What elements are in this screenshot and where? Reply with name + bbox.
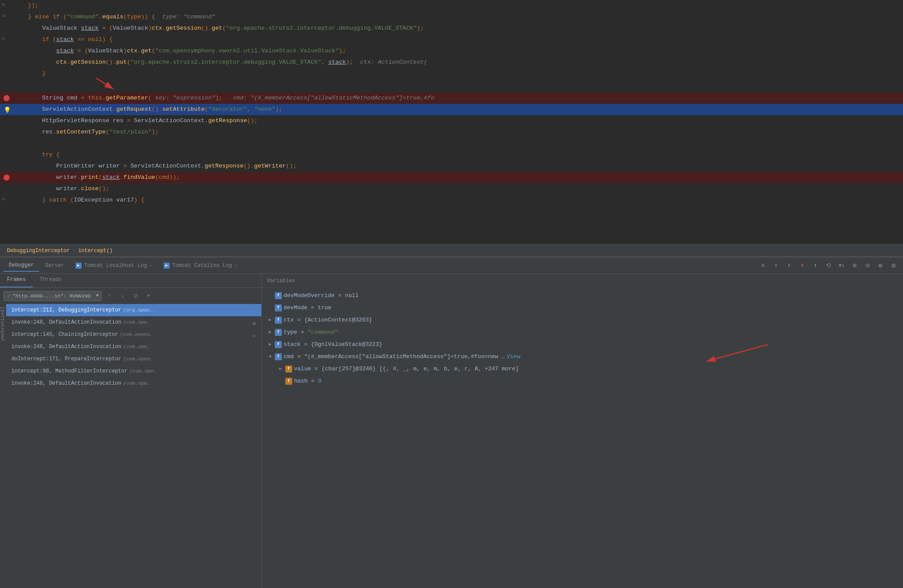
gutter-arrow-icon: ▷ [3,13,10,21]
sub-tabs: Frames Threads [0,274,261,288]
code-line: HttpServletResponse res = ServletActionC… [0,115,903,126]
code-content: HttpServletResponse res = ServletActionC… [26,115,903,126]
gutter [0,79,26,92]
resume-button[interactable]: ⬆ [770,260,782,271]
thread-up-button[interactable]: ↑ [104,291,115,301]
code-line: ▷ } else if ("command".equals(type)) { t… [0,11,903,23]
code-line: stack = (ValueStack)ctx.get("com.opensym… [0,45,903,57]
tab-tomcat-catalina[interactable]: ▶ Tomcat Catalina Log ✕ [158,260,243,271]
code-content: ServletActionContext.getRequest().setAtt… [26,104,903,115]
gutter: 💡 [0,104,26,115]
step-out-button[interactable]: ⬆ [810,260,821,271]
frame-item[interactable]: invoke:248, DefaultActionInvocation (com… [6,316,261,328]
tab-tomcat-catalina-close[interactable]: ✕ [235,263,237,268]
evaluate-button[interactable]: ▼i [836,260,847,271]
variables-list: ▶ f devModeOverride = null ▶ f devMode =… [262,288,903,588]
variables-header: Variables [262,274,903,288]
frame-name: intercept:212, DebuggingInterceptor [11,306,121,315]
frames-scroll-up-button[interactable]: ↑ [248,306,260,317]
var-eq: = [301,328,304,337]
frame-item[interactable]: invoke:248, DefaultActionInvocation (com… [6,377,261,390]
tab-tomcat-localhost-close[interactable]: ✕ [150,263,152,268]
var-key: hash [294,376,308,386]
var-val: {char[257]@3246} [(, #, _, m, e, m, b, e… [322,364,519,374]
breakpoint-icon [3,174,10,181]
code-content: ctx.getSession().put("org.apache.struts2… [26,57,903,68]
var-icon: f [275,317,282,324]
thread-filter-button[interactable]: ▽ [130,291,141,301]
code-line-breakpoint: String cmd = this.getParameter( key: "ex… [0,92,903,104]
gutter-arrow-icon: ▷ [3,36,10,44]
code-line [0,138,903,149]
step-over-button[interactable]: ⬇ [783,260,795,271]
thread-name: "http-8080-...in": RUNNING [12,293,90,299]
tab-debugger[interactable]: Debugger [3,260,39,272]
var-val: 0 [318,376,322,386]
variables-title: Variables [267,278,295,284]
settings-button[interactable]: ⚙ [887,260,900,272]
tab-server[interactable]: Server [40,260,69,271]
frames-expand-button[interactable]: ∞ [248,330,260,342]
expand-arrow-icon[interactable]: ▶ [267,329,273,335]
code-content: }); [26,0,903,11]
code-content: writer.close(); [26,183,903,195]
frames-copy-button[interactable]: ⧉ [248,318,260,329]
var-key: ctx [284,315,294,325]
tab-frames-label: Frames [7,277,26,283]
var-eq: = [338,291,342,301]
code-line [0,79,903,92]
var-row-hash: ▶ f hash = 0 [262,375,903,387]
world-icon-button[interactable]: ⊕ [874,260,886,272]
gutter: ▷ [0,11,26,23]
frame-item[interactable]: invoke:248, DefaultActionInvocation (com… [6,341,261,353]
expand-arrow-icon[interactable]: ▶ [277,366,284,372]
thread-selector: ✓ "http-8080-...in": RUNNING ▼ ↑ ↓ ▽ + [0,288,261,304]
var-key: cmd [284,352,294,362]
split-view-button[interactable]: ⊟ [862,260,873,271]
thread-dropdown[interactable]: ✓ "http-8080-...in": RUNNING ▼ [3,291,102,301]
var-row-stack[interactable]: ▶ f stack = {OgnlValueStack@3223} [262,338,903,351]
tab-tomcat-localhost-label: Tomcat Localhost Log [84,263,147,269]
breadcrumb-class: DebuggingInterceptor [7,248,70,254]
thread-down-button[interactable]: ↓ [117,291,128,301]
frame-name: intercept:98, MethodFilterInterceptor [11,367,127,376]
gutter: ▷ [0,0,26,11]
var-val: "command" [308,328,338,337]
run-to-cursor-button[interactable]: ⟲ [823,260,834,271]
var-view-link[interactable]: View [507,352,520,362]
var-row-ctx[interactable]: ▶ f ctx = {ActionContext@3203} [262,314,903,326]
table-view-button[interactable]: ⊞ [849,260,860,271]
tab-frames[interactable]: Frames [0,274,33,287]
tab-threads[interactable]: Threads [33,274,68,287]
var-key: stack [284,340,301,349]
frame-item[interactable]: intercept:98, MethodFilterInterceptor (c… [6,365,261,377]
var-eq: = [311,303,315,313]
code-line: ▷ }); [0,0,903,11]
code-line: try { [0,149,903,161]
expand-arrow-icon[interactable]: ▶ [267,342,273,348]
var-row-type[interactable]: ▶ f type = "command" [262,326,903,338]
gutter [0,45,26,57]
var-icon: f [275,341,282,348]
tab-threads-label: Threads [40,277,62,283]
list-view-button[interactable]: ≡ [757,260,769,271]
expand-arrow-icon[interactable]: ▶ [267,354,273,360]
frame-item[interactable]: intercept:145, ChainingInterceptor (com.… [6,328,261,341]
var-key: devMode [284,303,308,313]
expand-arrow-icon[interactable]: ▶ [267,317,273,323]
svg-line-1 [96,78,113,89]
gutter: ▷ [0,195,26,206]
thread-add-button[interactable]: + [144,291,154,301]
var-val: null [345,291,359,301]
chevron-down-icon: ▼ [96,294,98,298]
tab-tomcat-localhost[interactable]: ▶ Tomcat Localhost Log ✕ [70,260,157,271]
frame-pkg: (com.open… [123,355,153,363]
gutter [0,183,26,195]
step-into-button[interactable]: ⬇ [797,260,808,271]
code-content: } [26,68,903,79]
frame-item[interactable]: doIntercept:171, PrepareInterceptor (com… [6,353,261,365]
var-val: true [318,303,331,313]
var-row-cmd[interactable]: ▶ f cmd = "(#_memberAccess["allowStaticM… [262,351,903,363]
var-row-value[interactable]: ▶ f value = {char[257]@3246} [(, #, _, m… [262,363,903,375]
frame-item[interactable]: intercept:212, DebuggingInterceptor (org… [6,304,261,316]
